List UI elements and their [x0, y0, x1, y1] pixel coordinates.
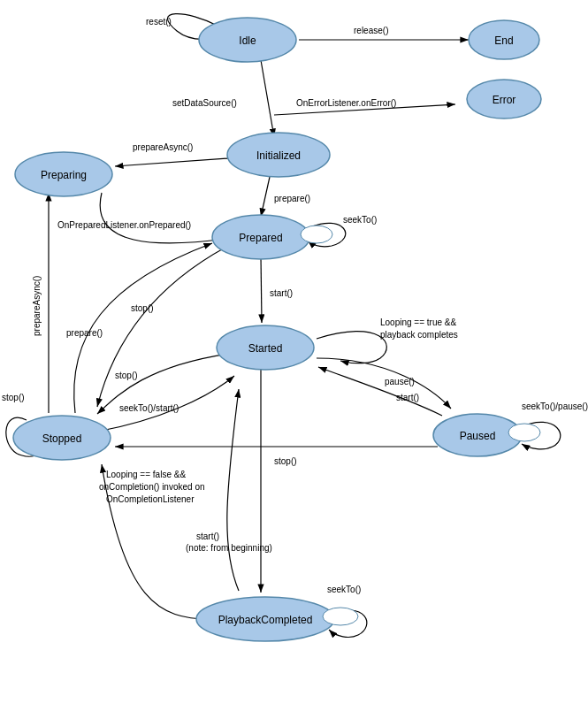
- label-seekto-paused: seekTo()/pause(): [522, 402, 588, 411]
- label-prepare-init: prepare(): [274, 194, 310, 203]
- label-stopped: Stopped: [42, 432, 82, 445]
- label-seekto-playback: seekTo(): [327, 585, 361, 594]
- label-onerror: OnErrorListener.onError(): [296, 98, 396, 108]
- label-error: Error: [493, 94, 516, 106]
- label-prepareasync-stopped: prepareAsync(): [32, 276, 42, 336]
- label-looping-true2: playback completes: [380, 330, 458, 340]
- label-stop-paused: stop(): [274, 456, 297, 466]
- label-start-playback: start(): [196, 532, 219, 541]
- label-stop-stopped: stop(): [2, 393, 25, 402]
- selfloop-paused: [508, 424, 540, 441]
- label-initialized: Initialized: [256, 149, 301, 162]
- label-prepareasync-init: prepareAsync(): [133, 142, 193, 152]
- label-end: End: [494, 34, 513, 47]
- arrow-pause: [317, 358, 451, 409]
- arrow-setdatasource: [261, 60, 274, 137]
- state-diagram: reset() release() setDataSource() OnErro…: [0, 0, 588, 719]
- label-looping-true: Looping == true &&: [380, 317, 457, 327]
- arrow-prepareasync-init: [115, 157, 241, 166]
- label-looping-false2: onCompletion() invoked on: [99, 482, 205, 492]
- label-start-prepared: start(): [270, 288, 293, 298]
- label-idle: Idle: [239, 34, 256, 47]
- label-release: release(): [354, 26, 388, 35]
- label-playbackcompleted: PlaybackCompleted: [218, 614, 313, 626]
- label-looping-false3: OnCompletionListener: [106, 494, 195, 504]
- label-started: Started: [248, 342, 283, 355]
- label-start-playback2: (note: from beginning): [186, 543, 272, 553]
- arrow-start-paused: [318, 367, 442, 416]
- arrow-start-prepared: [261, 256, 262, 323]
- label-looping-false: Looping == false &&: [106, 470, 186, 479]
- selfloop-playbackcompleted: [323, 608, 358, 625]
- label-pause: pause(): [385, 377, 415, 386]
- label-onprepared: OnPreparedListener.onPrepared(): [57, 220, 191, 230]
- selfloop-prepared: [301, 226, 332, 243]
- label-reset: reset(): [146, 17, 172, 27]
- arrow-onprepared: [100, 193, 225, 243]
- arrow-prepare-init: [261, 177, 270, 217]
- arrow-start-playback: [227, 389, 239, 591]
- label-start-paused: start(): [396, 393, 419, 402]
- label-setdatasource: setDataSource(): [172, 98, 237, 108]
- label-paused: Paused: [460, 430, 496, 442]
- label-stop-prepared: stop(): [131, 303, 154, 313]
- label-prepare-stopped: prepare(): [66, 328, 103, 338]
- label-seekto-start: seekTo()/start(): [119, 403, 179, 413]
- label-seekto-prepared: seekTo(): [343, 215, 377, 225]
- label-preparing: Preparing: [41, 169, 87, 181]
- label-stop-started: stop(): [115, 371, 138, 380]
- label-prepared: Prepared: [239, 232, 282, 244]
- arrow-stop-prepared: [97, 246, 228, 407]
